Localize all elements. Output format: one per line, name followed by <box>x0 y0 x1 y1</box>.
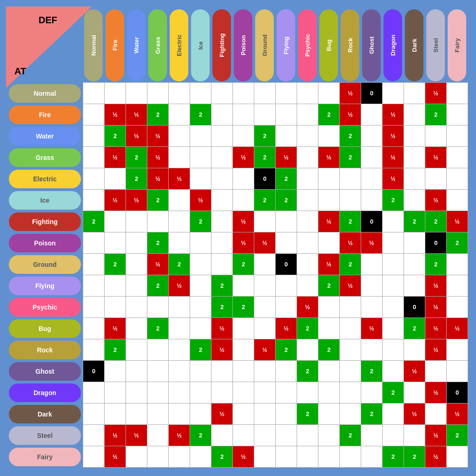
type-pill-row-steel: Steel <box>9 426 81 445</box>
cell-ice-vs-ghost <box>361 190 383 211</box>
cell-psychic-vs-ice <box>190 297 212 318</box>
cell-ground-vs-grass: ½ <box>147 254 169 275</box>
cell-dragon-vs-ice <box>190 382 212 403</box>
cell-fighting-vs-dark: 2 <box>404 211 425 232</box>
cell-flying-vs-ice <box>190 275 212 297</box>
cell-psychic-vs-normal <box>83 297 105 318</box>
cell-water-vs-psychic <box>297 126 318 147</box>
cell-ground-vs-flying: 0 <box>276 254 297 275</box>
cell-electric-vs-water: 2 <box>126 168 147 190</box>
cell-fire-vs-water: ½ <box>126 104 147 126</box>
cell-bug-vs-fire: ½ <box>105 318 126 339</box>
table-row: Dark½22½½ <box>8 403 468 425</box>
cell-ground-vs-rock: 2 <box>340 254 361 275</box>
cell-ground-vs-water <box>126 254 147 275</box>
cell-steel-vs-dark <box>404 425 425 446</box>
type-pill-col-fighting: Fighting <box>212 9 231 81</box>
cell-dark-vs-ice <box>190 403 212 425</box>
cell-rock-vs-grass <box>147 339 169 361</box>
col-header-grass: Grass <box>147 8 169 83</box>
col-header-dragon: Dragon <box>383 8 404 83</box>
col-header-fairy: Fairy <box>447 8 468 83</box>
col-header-ghost: Ghost <box>361 8 383 83</box>
cell-dragon-vs-poison <box>233 382 254 403</box>
cell-water-vs-steel <box>425 126 447 147</box>
table-row: Bug½2½½2½2½½ <box>8 318 468 339</box>
cell-flying-vs-dark <box>404 275 425 297</box>
cell-dragon-vs-ghost <box>361 382 383 403</box>
cell-dark-vs-grass <box>147 403 169 425</box>
cell-fighting-vs-grass <box>147 211 169 232</box>
cell-electric-vs-fighting <box>212 168 233 190</box>
cell-poison-vs-ghost: ½ <box>361 232 383 254</box>
type-pill-col-electric: Electric <box>170 9 188 81</box>
cell-ground-vs-dragon <box>383 254 404 275</box>
cell-grass-vs-water: 2 <box>126 147 147 168</box>
cell-fighting-vs-rock: 2 <box>340 211 361 232</box>
cell-grass-vs-bug: ½ <box>318 147 340 168</box>
cell-flying-vs-fairy <box>447 275 468 297</box>
cell-fairy-vs-dark: 2 <box>404 446 425 468</box>
cell-water-vs-water: ½ <box>126 126 147 147</box>
cell-fire-vs-ice: 2 <box>190 104 212 126</box>
cell-water-vs-ground: 2 <box>254 126 276 147</box>
type-pill-row-electric: Electric <box>9 170 81 188</box>
table-row: Grass½2½½2½½2½½ <box>8 147 468 168</box>
cell-dark-vs-psychic: 2 <box>297 403 318 425</box>
cell-fire-vs-normal <box>83 104 105 126</box>
cell-water-vs-dragon: ½ <box>383 126 404 147</box>
row-header-flying: Flying <box>8 275 83 297</box>
table-row: Steel½½½22½2 <box>8 425 468 446</box>
cell-steel-vs-psychic <box>297 425 318 446</box>
type-pill-col-rock: Rock <box>341 9 359 81</box>
cell-normal-vs-psychic <box>297 83 318 104</box>
cell-steel-vs-poison <box>233 425 254 446</box>
row-header-psychic: Psychic <box>8 297 83 318</box>
cell-bug-vs-fairy: ½ <box>447 318 468 339</box>
cell-grass-vs-steel: ½ <box>425 147 447 168</box>
cell-ghost-vs-water <box>126 361 147 382</box>
cell-bug-vs-dark: 2 <box>404 318 425 339</box>
cell-dragon-vs-normal <box>83 382 105 403</box>
cell-dark-vs-normal <box>83 403 105 425</box>
type-pill-col-steel: Steel <box>426 9 445 81</box>
cell-fighting-vs-flying <box>276 211 297 232</box>
cell-rock-vs-dragon <box>383 339 404 361</box>
cell-rock-vs-ghost <box>361 339 383 361</box>
row-header-steel: Steel <box>8 425 83 446</box>
cell-ghost-vs-psychic: 2 <box>297 361 318 382</box>
cell-rock-vs-water <box>126 339 147 361</box>
cell-poison-vs-fairy: 2 <box>447 232 468 254</box>
table-row: Ground2½220½22 <box>8 254 468 275</box>
cell-poison-vs-bug <box>318 232 340 254</box>
cell-bug-vs-grass: 2 <box>147 318 169 339</box>
type-pill-row-grass: Grass <box>9 148 81 167</box>
cell-ghost-vs-bug <box>318 361 340 382</box>
type-pill-col-water: Water <box>127 9 145 81</box>
cell-fighting-vs-fairy: ½ <box>447 211 468 232</box>
cell-steel-vs-flying <box>276 425 297 446</box>
cell-ghost-vs-electric <box>169 361 190 382</box>
table-row: Psychic22½0½ <box>8 297 468 318</box>
cell-flying-vs-bug: 2 <box>318 275 340 297</box>
cell-bug-vs-normal <box>83 318 105 339</box>
cell-dragon-vs-fairy: 0 <box>447 382 468 403</box>
table-row: Water2½½22½ <box>8 126 468 147</box>
cell-electric-vs-dragon: ½ <box>383 168 404 190</box>
cell-ice-vs-rock <box>340 190 361 211</box>
cell-fairy-vs-fighting: 2 <box>212 446 233 468</box>
cell-normal-vs-poison <box>233 83 254 104</box>
type-pill-row-bug: Bug <box>9 319 81 338</box>
cell-ghost-vs-ice <box>190 361 212 382</box>
cell-rock-vs-fairy <box>447 339 468 361</box>
cell-steel-vs-ground <box>254 425 276 446</box>
cell-water-vs-electric <box>169 126 190 147</box>
table-row: Flying2½22½½ <box>8 275 468 297</box>
cell-water-vs-rock: 2 <box>340 126 361 147</box>
col-header-dark: Dark <box>404 8 425 83</box>
cell-ground-vs-bug: ½ <box>318 254 340 275</box>
cell-dragon-vs-water <box>126 382 147 403</box>
cell-fighting-vs-normal: 2 <box>83 211 105 232</box>
col-header-fighting: Fighting <box>212 8 233 83</box>
col-header-poison: Poison <box>233 8 254 83</box>
